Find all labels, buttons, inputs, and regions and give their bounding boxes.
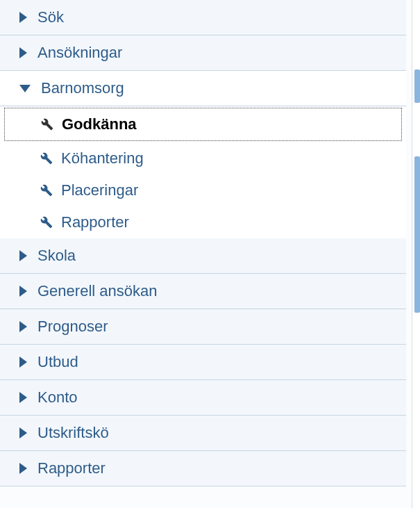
sub-item-placeringar[interactable]: Placeringar (0, 174, 406, 206)
nav-label: Skola (37, 247, 76, 265)
sub-label: Godkänna (62, 115, 137, 133)
nav-item-sok[interactable]: Sök (0, 0, 406, 35)
sub-item-rapporter-barn[interactable]: Rapporter (0, 206, 406, 238)
nav-label: Rapporter (37, 459, 106, 477)
wrench-icon (40, 152, 53, 165)
caret-down-icon (19, 85, 31, 92)
nav-item-barnomsorg[interactable]: Barnomsorg (0, 71, 406, 106)
nav-item-ansokningar[interactable]: Ansökningar (0, 35, 406, 71)
wrench-icon (40, 184, 53, 197)
caret-right-icon (19, 12, 27, 23)
nav-item-generell-ansokan[interactable]: Generell ansökan (0, 274, 406, 309)
nav-item-utskriftsko[interactable]: Utskriftskö (0, 416, 406, 451)
navigation-panel: Sök Ansökningar Barnomsorg Godkänna Köha… (0, 0, 406, 486)
nav-label: Barnomsorg (41, 79, 124, 97)
nav-label: Prognoser (37, 318, 108, 336)
caret-right-icon (19, 357, 27, 368)
sub-label: Köhantering (61, 149, 144, 167)
nav-label: Sök (37, 8, 64, 26)
nav-item-skola[interactable]: Skola (0, 238, 406, 274)
caret-right-icon (19, 250, 27, 261)
wrench-icon (40, 216, 53, 229)
caret-right-icon (19, 427, 27, 439)
sub-label: Rapporter (61, 213, 129, 231)
scroll-indicator (414, 156, 420, 313)
right-strip (412, 0, 420, 508)
caret-right-icon (19, 47, 27, 58)
nav-item-utbud[interactable]: Utbud (0, 345, 406, 380)
sub-label: Placeringar (61, 181, 138, 199)
sub-items-barnomsorg: Godkänna Köhantering Placeringar Rapport… (0, 108, 406, 238)
caret-right-icon (19, 286, 27, 297)
sub-item-godkanna[interactable]: Godkänna (4, 108, 402, 141)
nav-item-prognoser[interactable]: Prognoser (0, 309, 406, 345)
nav-item-rapporter[interactable]: Rapporter (0, 451, 406, 486)
caret-right-icon (19, 321, 27, 332)
nav-item-konto[interactable]: Konto (0, 380, 406, 416)
caret-right-icon (19, 392, 27, 403)
sub-item-kohantering[interactable]: Köhantering (0, 142, 406, 174)
nav-label: Konto (37, 388, 78, 407)
nav-label: Utbud (37, 353, 78, 371)
caret-right-icon (19, 463, 27, 474)
nav-label: Ansökningar (37, 44, 122, 62)
wrench-icon (41, 118, 53, 131)
scroll-indicator (414, 69, 420, 103)
nav-label: Utskriftskö (37, 424, 109, 442)
nav-label: Generell ansökan (37, 282, 157, 300)
